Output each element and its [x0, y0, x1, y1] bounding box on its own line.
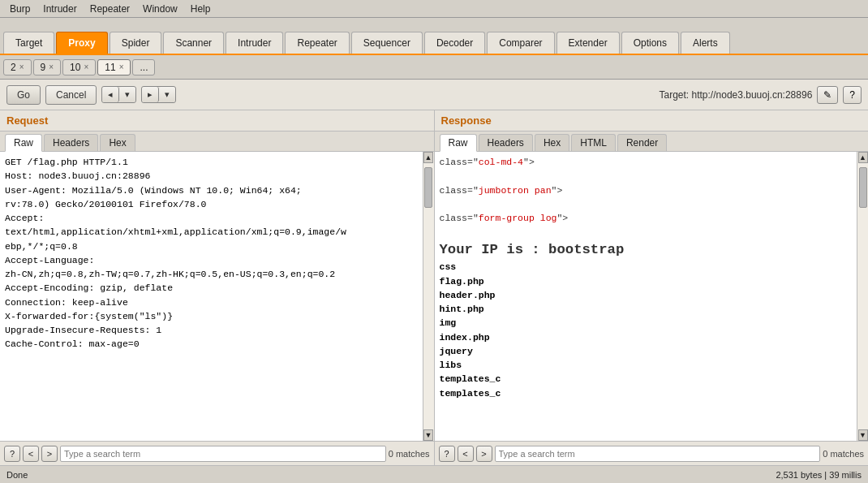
next-button[interactable]: ▸ — [142, 87, 159, 102]
response-content-wrapper: class="col-md-4"> class="jumbotron pan">… — [435, 152, 869, 441]
response-search-bar: ? < > 0 matches — [435, 441, 869, 465]
request-content-wrapper: ▲ ▼ — [0, 152, 434, 441]
scroll-down-arrow[interactable]: ▼ — [423, 429, 433, 441]
response-search-input[interactable] — [495, 446, 821, 462]
tab-sequencer[interactable]: Sequencer — [351, 32, 423, 54]
tab-proxy[interactable]: Proxy — [56, 32, 107, 54]
prev-drop-button[interactable]: ▾ — [119, 87, 135, 102]
tab-extender[interactable]: Extender — [556, 32, 620, 54]
response-tab-hex[interactable]: Hex — [535, 134, 569, 151]
tab-spider[interactable]: Spider — [110, 32, 162, 54]
request-search-input[interactable] — [60, 446, 386, 462]
prev-button[interactable]: ◂ — [102, 87, 119, 102]
tab-repeater[interactable]: Repeater — [285, 32, 349, 54]
repeater-tab-10-label: 10 — [70, 62, 80, 73]
tab-target[interactable]: Target — [3, 32, 54, 54]
next-nav-group: ▸ ▾ — [141, 86, 176, 103]
request-scrollbar[interactable]: ▲ ▼ — [423, 152, 434, 441]
request-search-next[interactable]: > — [41, 446, 58, 462]
status-left: Done — [6, 470, 28, 480]
repeater-tab-11-label: 11 — [105, 62, 115, 73]
repeater-tab-9-label: 9 — [41, 62, 46, 73]
repeater-tab-10[interactable]: 10 × — [62, 59, 96, 75]
prev-nav-group: ◂ ▾ — [101, 86, 136, 103]
repeater-tab-more[interactable]: ... — [132, 59, 155, 75]
request-title: Request — [0, 110, 434, 132]
repeater-tab-11-close[interactable]: × — [119, 63, 124, 71]
response-panel: Response Raw Headers Hex HTML Render cla… — [435, 110, 869, 465]
menu-bar: Burp Intruder Repeater Window Help — [0, 0, 868, 18]
response-search-prev[interactable]: < — [458, 446, 474, 462]
scroll-thumb[interactable] — [424, 167, 432, 208]
request-search-bar: ? < > 0 matches — [0, 441, 434, 465]
response-matches-label: 0 matches — [823, 449, 864, 459]
tab-scanner[interactable]: Scanner — [163, 32, 224, 54]
response-content: class="col-md-4"> class="jumbotron pan">… — [435, 152, 857, 441]
status-right: 2,531 bytes | 39 millis — [776, 470, 862, 480]
request-textarea[interactable] — [0, 152, 423, 441]
menu-burp[interactable]: Burp — [3, 2, 37, 16]
cancel-button[interactable]: Cancel — [45, 85, 97, 105]
request-tab-headers[interactable]: Headers — [44, 134, 98, 151]
menu-help[interactable]: Help — [184, 2, 217, 16]
response-scroll-thumb[interactable] — [859, 167, 867, 208]
response-search-next[interactable]: > — [476, 446, 492, 462]
tab-intruder[interactable]: Intruder — [226, 32, 283, 54]
request-panel: Request Raw Headers Hex ▲ ▼ ? < > 0 matc… — [0, 110, 435, 465]
status-bar: Done 2,531 bytes | 39 millis — [0, 465, 868, 483]
next-drop-button[interactable]: ▾ — [159, 87, 175, 102]
repeater-tab-10-close[interactable]: × — [84, 63, 88, 71]
response-scroll-down[interactable]: ▼ — [858, 429, 868, 441]
repeater-tab-11[interactable]: 11 × — [97, 59, 131, 75]
repeater-tab-2-close[interactable]: × — [19, 63, 24, 71]
menu-intruder[interactable]: Intruder — [37, 2, 83, 16]
tab-options[interactable]: Options — [621, 32, 679, 54]
request-tabs: Raw Headers Hex — [0, 132, 434, 152]
repeater-tabbar: 2 × 9 × 10 × 11 × ... — [0, 55, 868, 80]
response-title: Response — [435, 110, 869, 132]
repeater-tab-2-label: 2 — [11, 62, 16, 73]
response-tab-raw[interactable]: Raw — [440, 134, 477, 152]
toolbar: Go Cancel ◂ ▾ ▸ ▾ Target: http://node3.b… — [0, 80, 868, 110]
help-button[interactable]: ? — [843, 86, 862, 104]
target-label: Target: http://node3.buuoj.cn:28896 — [660, 89, 813, 101]
request-tab-hex[interactable]: Hex — [100, 134, 135, 151]
tab-decoder[interactable]: Decoder — [424, 32, 485, 54]
request-matches-label: 0 matches — [389, 449, 430, 459]
tab-alerts[interactable]: Alerts — [681, 32, 730, 54]
main-tabbar: Target Proxy Spider Scanner Intruder Rep… — [0, 18, 868, 55]
main-content: Request Raw Headers Hex ▲ ▼ ? < > 0 matc… — [0, 110, 868, 465]
response-scroll-body — [858, 163, 868, 429]
response-tab-headers[interactable]: Headers — [479, 134, 533, 151]
menu-repeater[interactable]: Repeater — [84, 2, 136, 16]
response-tab-html[interactable]: HTML — [571, 134, 616, 151]
repeater-tab-9-close[interactable]: × — [49, 63, 54, 71]
request-tab-raw[interactable]: Raw — [5, 134, 42, 152]
response-tab-render[interactable]: Render — [617, 134, 667, 151]
go-button[interactable]: Go — [6, 85, 41, 105]
response-search-help[interactable]: ? — [439, 446, 455, 462]
tab-comparer[interactable]: Comparer — [487, 32, 554, 54]
request-search-prev[interactable]: < — [23, 446, 39, 462]
repeater-tab-2[interactable]: 2 × — [3, 59, 32, 75]
response-scroll-up[interactable]: ▲ — [858, 152, 868, 163]
response-scrollbar[interactable]: ▲ ▼ — [857, 152, 868, 441]
request-search-help[interactable]: ? — [4, 446, 20, 462]
repeater-tab-9[interactable]: 9 × — [33, 59, 62, 75]
scroll-up-arrow[interactable]: ▲ — [423, 152, 433, 163]
edit-target-button[interactable]: ✎ — [817, 86, 838, 104]
response-tabs: Raw Headers Hex HTML Render — [435, 132, 869, 152]
menu-window[interactable]: Window — [136, 2, 184, 16]
scroll-body — [423, 163, 433, 429]
